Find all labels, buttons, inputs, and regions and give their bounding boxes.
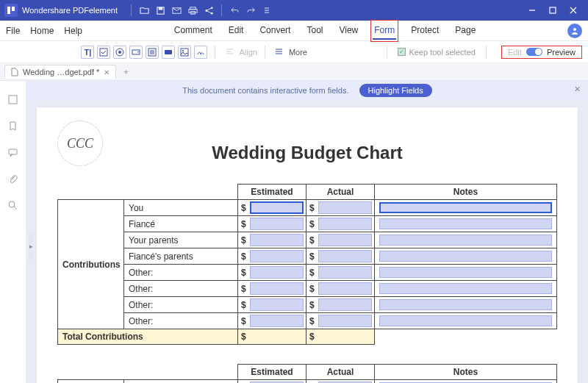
print-icon[interactable]	[187, 4, 198, 16]
form-field[interactable]	[318, 218, 372, 230]
form-field[interactable]	[250, 282, 304, 295]
tab-edit[interactable]: Edit	[227, 22, 245, 40]
highlight-fields-button[interactable]: Highlight Fields	[359, 84, 432, 97]
svg-point-6	[205, 10, 207, 12]
save-icon[interactable]	[154, 4, 166, 16]
close-button[interactable]	[563, 0, 584, 21]
keep-tool-selected-checkbox[interactable]: ✓ Keep tool selected	[398, 48, 476, 57]
image-tool-icon[interactable]	[178, 46, 191, 59]
row-label: Fiancé	[124, 216, 238, 232]
tab-comment[interactable]: Comment	[173, 22, 214, 40]
undo-icon[interactable]	[229, 4, 240, 16]
form-field[interactable]	[379, 315, 552, 326]
close-tab-icon[interactable]: ✕	[104, 68, 110, 76]
svg-rect-1	[158, 7, 162, 10]
document-tab[interactable]: Wedding …dget.pdf * ✕	[4, 65, 116, 79]
open-icon[interactable]	[138, 4, 150, 16]
svg-point-13	[118, 51, 121, 54]
expand-panel-handle[interactable]: ▸	[28, 232, 34, 260]
svg-point-7	[210, 7, 212, 9]
redo-icon[interactable]	[245, 4, 257, 16]
document-tabstrip: Wedding …dget.pdf * ✕ ＋	[0, 63, 588, 81]
form-field[interactable]	[379, 251, 552, 262]
thumbnails-icon[interactable]	[7, 93, 20, 106]
separator	[265, 46, 265, 59]
col-actual: Actual	[306, 185, 375, 200]
tab-protect[interactable]: Protect	[409, 22, 440, 40]
form-field[interactable]	[250, 315, 304, 327]
svg-point-21	[9, 201, 15, 207]
listbox-tool-icon[interactable]	[146, 46, 159, 59]
signature-tool-icon[interactable]	[194, 46, 207, 59]
file-icon	[11, 68, 18, 76]
form-field[interactable]	[379, 267, 552, 278]
button-tool-icon[interactable]	[162, 46, 175, 59]
app-logo	[4, 4, 18, 17]
tab-form[interactable]: Form	[373, 22, 396, 40]
form-field[interactable]	[250, 218, 304, 230]
col-notes: Notes	[375, 365, 557, 380]
form-field[interactable]	[379, 235, 552, 246]
svg-rect-17	[181, 49, 188, 56]
form-field[interactable]	[318, 266, 372, 279]
checkbox-tool-icon[interactable]	[97, 46, 110, 59]
keep-tool-label: Keep tool selected	[409, 48, 476, 57]
tab-convert[interactable]: Convert	[258, 22, 292, 40]
svg-rect-9	[550, 7, 556, 13]
menu-help[interactable]: Help	[64, 26, 82, 36]
form-field[interactable]	[250, 298, 304, 311]
form-field[interactable]	[379, 202, 552, 213]
dropdown-icon[interactable]	[261, 4, 273, 16]
bookmark-icon[interactable]	[7, 119, 20, 132]
document-tab-label: Wedding …dget.pdf *	[23, 68, 99, 76]
col-estimated: Estimated	[238, 365, 306, 380]
form-field[interactable]	[318, 315, 372, 327]
mail-icon[interactable]	[171, 4, 182, 16]
form-field[interactable]	[318, 282, 372, 295]
form-field[interactable]	[250, 266, 304, 279]
col-estimated: Estimated	[238, 185, 306, 200]
separator	[221, 4, 222, 16]
row-label: Your parents	[124, 232, 238, 248]
new-tab-button[interactable]: ＋	[122, 66, 130, 77]
form-field[interactable]	[318, 250, 372, 262]
form-field[interactable]	[379, 299, 552, 310]
align-icon[interactable]	[223, 46, 236, 59]
preview-label: Preview	[547, 48, 576, 57]
form-field[interactable]	[318, 234, 372, 246]
menu-bar: File Home Help Comment Edit Convert Tool…	[0, 21, 588, 41]
svg-point-18	[182, 50, 184, 51]
maximize-button[interactable]	[542, 0, 563, 21]
more-icon[interactable]	[273, 46, 286, 59]
share-icon[interactable]	[203, 4, 215, 16]
attachment-icon[interactable]	[7, 172, 20, 185]
banner-message: This document contains interactive form …	[182, 86, 348, 95]
form-field[interactable]	[379, 218, 552, 229]
form-field[interactable]	[250, 250, 304, 262]
search-icon[interactable]	[7, 198, 20, 212]
form-field[interactable]	[250, 201, 304, 214]
form-field[interactable]	[250, 234, 304, 246]
title-bar: Wondershare PDFelement	[0, 0, 588, 21]
align-label: Align	[239, 48, 257, 57]
comment-panel-icon[interactable]	[7, 146, 20, 159]
form-field[interactable]	[379, 283, 552, 294]
document-canvas: ▸ This document contains interactive for…	[26, 81, 588, 383]
minimize-button[interactable]	[522, 0, 542, 21]
close-banner-icon[interactable]: ✕	[574, 85, 581, 94]
tab-view[interactable]: View	[337, 22, 359, 40]
menu-file[interactable]: File	[6, 26, 20, 36]
radio-tool-icon[interactable]	[113, 46, 126, 59]
menu-home[interactable]: Home	[30, 26, 54, 36]
dropdown-tool-icon[interactable]	[129, 46, 143, 59]
tab-page[interactable]: Page	[453, 22, 477, 40]
tab-tool[interactable]: Tool	[305, 22, 324, 40]
user-avatar[interactable]	[567, 24, 582, 38]
more-label[interactable]: More	[289, 48, 307, 57]
text-field-tool-icon[interactable]: T|	[81, 46, 94, 59]
svg-point-10	[573, 28, 576, 31]
form-field[interactable]	[318, 298, 372, 311]
edit-preview-toggle[interactable]: Edit Preview	[501, 46, 582, 59]
form-field[interactable]	[318, 201, 372, 214]
svg-rect-16	[165, 50, 172, 54]
